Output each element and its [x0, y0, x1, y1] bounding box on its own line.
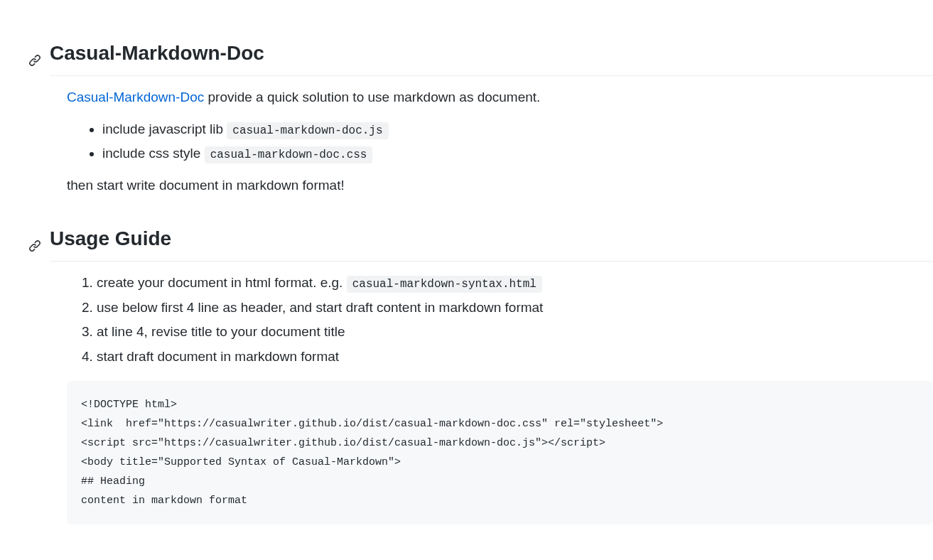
heading-text: Usage Guide — [50, 227, 171, 249]
heading-casual-markdown-doc: Casual-Markdown-Doc — [50, 38, 933, 76]
feature-list: include javascript lib casual-markdown-d… — [50, 119, 933, 164]
list-item-text: start draft document in markdown format — [97, 349, 339, 364]
list-item: include css style casual-markdown-doc.cs… — [102, 144, 933, 164]
inline-code: casual-markdown-doc.css — [205, 146, 373, 163]
list-item: create your document in html format. e.g… — [97, 273, 933, 294]
intro-paragraph: Casual-Markdown-Doc provide a quick solu… — [67, 87, 933, 108]
then-paragraph: then start write document in markdown fo… — [67, 176, 933, 196]
code-content: <!DOCTYPE html> <link href="https://casu… — [81, 399, 663, 507]
heading-text: Casual-Markdown-Doc — [50, 42, 264, 64]
intro-link[interactable]: Casual-Markdown-Doc — [67, 90, 204, 104]
list-item-text: include javascript lib — [102, 122, 227, 136]
list-item: use below first 4 line as header, and st… — [97, 298, 933, 318]
list-item: at line 4, revise title to your document… — [97, 322, 933, 343]
heading-usage-guide: Usage Guide — [50, 224, 933, 262]
inline-code: casual-markdown-syntax.html — [347, 276, 542, 293]
list-item-text: include css style — [102, 146, 205, 161]
intro-text: provide a quick solution to use markdown… — [204, 90, 540, 104]
inline-code: casual-markdown-doc.js — [227, 122, 388, 139]
link-icon[interactable] — [28, 230, 41, 259]
link-icon[interactable] — [28, 44, 41, 74]
list-item-text: create your document in html format. e.g… — [97, 275, 347, 290]
code-block: <!DOCTYPE html> <link href="https://casu… — [67, 381, 933, 524]
list-item: start draft document in markdown format — [97, 347, 933, 367]
list-item-text: use below first 4 line as header, and st… — [97, 300, 543, 315]
list-item: include javascript lib casual-markdown-d… — [102, 119, 933, 140]
steps-list: create your document in html format. e.g… — [50, 273, 933, 367]
list-item-text: at line 4, revise title to your document… — [97, 324, 345, 339]
